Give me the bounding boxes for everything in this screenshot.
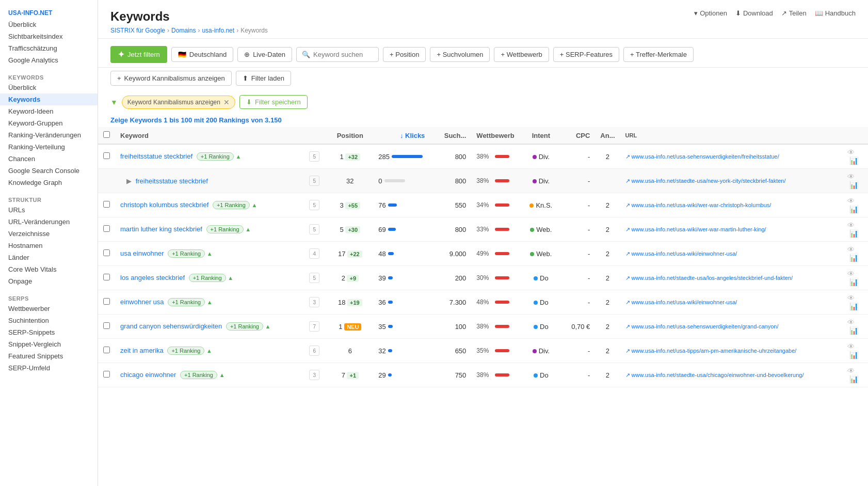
sidebar-link-featured-snippets[interactable]: Featured Snippets xyxy=(0,350,98,362)
sidebar-link-cwv[interactable]: Core Web Vitals xyxy=(0,263,98,275)
sub-keyword-link[interactable]: freiheitsstatue steckbrief xyxy=(136,177,208,185)
filter-laden-button[interactable]: ⬆ Filter laden xyxy=(236,71,291,86)
keyword-link[interactable]: grand canyon sehenswürdigkeiten xyxy=(120,322,222,330)
row-checkbox[interactable] xyxy=(103,371,110,378)
row-checkbox[interactable] xyxy=(103,249,110,256)
sidebar-link-ranking-veraenderungen[interactable]: Ranking-Veränderungen xyxy=(0,129,98,141)
eye-icon[interactable]: 👁 xyxy=(847,245,855,254)
keyword-search-input[interactable] xyxy=(313,51,375,58)
chart-icon[interactable]: 📊 xyxy=(849,156,858,165)
sidebar-link-serp-umfeld[interactable]: SERP-Umfeld xyxy=(0,362,98,374)
sidebar-link-hostnamen[interactable]: Hostnamen xyxy=(0,240,98,252)
url-link[interactable]: www.usa-info.net/usa-sehenswuerdigkeiten… xyxy=(632,323,779,330)
url-link[interactable]: www.usa-info.net/usa-tipps/am-pm-amerika… xyxy=(632,348,797,354)
serp-features-button[interactable]: + SERP-Features xyxy=(553,47,619,62)
eye-icon[interactable]: 👁 xyxy=(847,221,855,229)
sub-chart-icon[interactable]: 📊 xyxy=(849,181,858,189)
sidebar-link-keyword-ideen[interactable]: Keyword-Ideen xyxy=(0,105,98,117)
eye-icon[interactable]: 👁 xyxy=(847,294,855,302)
row-checkbox[interactable] xyxy=(103,152,110,159)
col-intent[interactable]: Intent xyxy=(523,127,559,144)
url-link[interactable]: www.usa-info.net/usa-sehenswuerdigkeiten… xyxy=(632,153,779,160)
keyword-link[interactable]: chicago einwohner xyxy=(120,371,176,379)
sub-eye-icon[interactable]: 👁 xyxy=(847,173,855,181)
chart-icon[interactable]: 📊 xyxy=(849,302,858,310)
chart-icon[interactable]: 📊 xyxy=(849,326,858,335)
eye-icon[interactable]: 👁 xyxy=(847,367,855,375)
sidebar-link-onpage[interactable]: Onpage xyxy=(0,275,98,287)
sidebar-link-traffic[interactable]: Trafficschätzung xyxy=(0,42,98,54)
sub-url-link[interactable]: www.usa-info.net/staedte-usa/new-york-ci… xyxy=(632,178,786,184)
suchvolumen-filter-button[interactable]: + Suchvolumen xyxy=(430,47,490,62)
sidebar-link-gsc[interactable]: Google Search Console xyxy=(0,165,98,177)
row-checkbox[interactable] xyxy=(103,201,110,208)
breadcrumb-sistrix[interactable]: SISTRIX für Google xyxy=(110,27,165,34)
live-daten-button[interactable]: ⊕ Live-Daten xyxy=(237,47,292,62)
sidebar-link-verzeichnisse[interactable]: Verzeichnisse xyxy=(0,228,98,240)
sidebar-link-serp-snippets[interactable]: SERP-Snippets xyxy=(0,326,98,338)
col-position[interactable]: Position xyxy=(327,127,373,144)
share-button[interactable]: ↗ Teilen xyxy=(781,9,807,17)
sidebar-link-suchintention[interactable]: Suchintention xyxy=(0,315,98,326)
keyword-link[interactable]: einwohner usa xyxy=(120,298,164,306)
sidebar-link-knowledge-graph[interactable]: Knowledge Graph xyxy=(0,177,98,189)
keyword-link[interactable]: zeit in amerika xyxy=(120,347,164,354)
eye-icon[interactable]: 👁 xyxy=(847,197,855,205)
kannibalismus-button[interactable]: + Keyword Kannibalismus anzeigen xyxy=(110,71,232,86)
url-link[interactable]: www.usa-info.net/staedte-usa/los-angeles… xyxy=(632,275,793,281)
row-checkbox[interactable] xyxy=(103,274,110,280)
eye-icon[interactable]: 👁 xyxy=(847,342,855,351)
row-checkbox[interactable] xyxy=(103,347,110,353)
row-checkbox[interactable] xyxy=(103,298,110,305)
treffer-merkmale-button[interactable]: + Treffer-Merkmale xyxy=(623,47,694,62)
chart-icon[interactable]: 📊 xyxy=(849,254,858,262)
sidebar-link-urls[interactable]: URLs xyxy=(0,204,98,216)
keyword-link[interactable]: los angeles steckbrief xyxy=(120,274,185,281)
manual-button[interactable]: 📖 Handbuch xyxy=(815,9,856,17)
remove-filter-button[interactable]: ✕ xyxy=(223,98,230,106)
col-cpc[interactable]: CPC xyxy=(559,127,595,144)
position-filter-button[interactable]: + Position xyxy=(383,47,426,62)
jetzt-filtern-button[interactable]: ✦ Jetzt filtern xyxy=(110,46,167,63)
eye-icon[interactable]: 👁 xyxy=(847,318,855,326)
col-wettbewerb[interactable]: Wettbewerb xyxy=(471,127,523,144)
chart-icon[interactable]: 📊 xyxy=(849,351,858,359)
breadcrumb-domains[interactable]: Domains xyxy=(171,27,196,34)
url-link[interactable]: www.usa-info.net/usa-wiki/einwohner-usa/ xyxy=(632,299,737,305)
col-such[interactable]: Such... xyxy=(430,127,471,144)
sidebar-link-sichtbarkeit[interactable]: Sichtbarkeitsindex xyxy=(0,30,98,42)
url-link[interactable]: www.usa-info.net/usa-wiki/einwohner-usa/ xyxy=(632,250,737,257)
eye-icon[interactable]: 👁 xyxy=(847,270,855,278)
sidebar-link-snippet-vergleich[interactable]: Snippet-Vergleich xyxy=(0,338,98,350)
sidebar-link-analytics[interactable]: Google Analytics xyxy=(0,54,98,66)
sidebar-link-laender[interactable]: Länder xyxy=(0,252,98,263)
col-klicks[interactable]: ↓ Klicks xyxy=(373,127,430,144)
url-link[interactable]: www.usa-info.net/usa-wiki/wer-war-martin… xyxy=(632,226,766,232)
chart-icon[interactable]: 📊 xyxy=(849,229,858,238)
sidebar-link-wettbewerber[interactable]: Wettbewerber xyxy=(0,303,98,315)
keyword-link[interactable]: freiheitsstatue steckbrief xyxy=(120,152,192,160)
download-button[interactable]: ⬇ Download xyxy=(735,9,773,17)
sidebar-link-ueberblick-top[interactable]: Überblick xyxy=(0,19,98,30)
save-filter-button[interactable]: ⬇ Filter speichern xyxy=(239,95,308,109)
select-all-checkbox[interactable] xyxy=(103,131,110,138)
breadcrumb-domain[interactable]: usa-info.net xyxy=(202,27,234,34)
keyword-link[interactable]: christoph kolumbus steckbrief xyxy=(120,201,208,209)
sidebar-link-ueberblick[interactable]: Überblick xyxy=(0,82,98,93)
sidebar-link-ranking-verteilung[interactable]: Ranking-Verteilung xyxy=(0,141,98,153)
eye-icon[interactable]: 👁 xyxy=(847,148,855,156)
keyword-link[interactable]: usa einwohner xyxy=(120,249,164,257)
sidebar-link-url-veraenderungen[interactable]: URL-Veränderungen xyxy=(0,216,98,228)
row-checkbox[interactable] xyxy=(103,322,110,329)
url-link[interactable]: www.usa-info.net/usa-wiki/wer-war-christ… xyxy=(632,202,771,208)
sidebar-link-chancen[interactable]: Chancen xyxy=(0,153,98,165)
sidebar-link-keywords[interactable]: Keywords xyxy=(0,93,98,105)
row-checkbox[interactable] xyxy=(103,225,110,232)
chart-icon[interactable]: 📊 xyxy=(849,278,858,286)
url-link[interactable]: www.usa-info.net/staedte-usa/chicago/ein… xyxy=(632,372,804,378)
chart-icon[interactable]: 📊 xyxy=(849,205,858,213)
options-button[interactable]: ▾ Optionen xyxy=(694,9,727,17)
col-an[interactable]: An... xyxy=(595,127,620,144)
wettbewerb-filter-button[interactable]: + Wettbewerb xyxy=(494,47,549,62)
land-filter-button[interactable]: 🇩🇪 Deutschland xyxy=(171,47,233,62)
